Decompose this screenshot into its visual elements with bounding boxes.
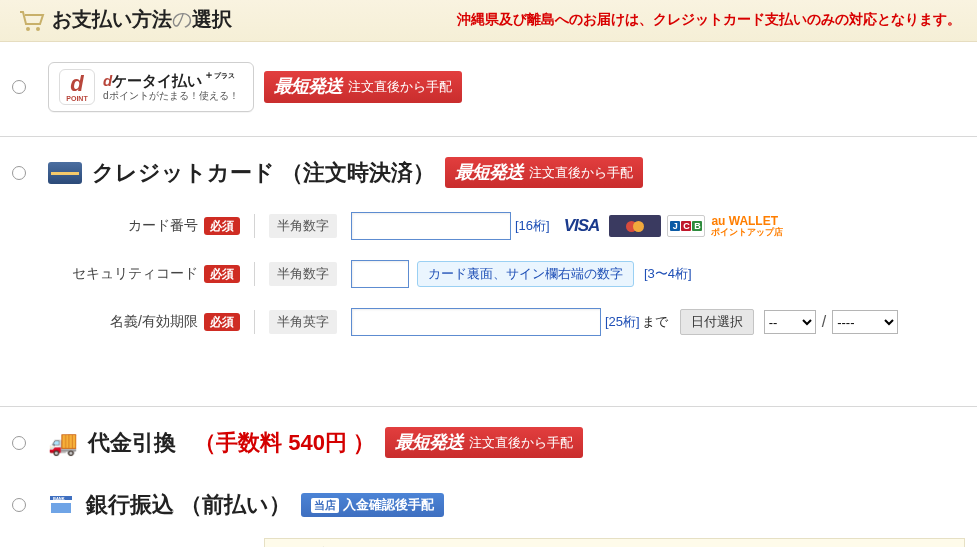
- payment-option-cod: 🚚 代金引換 （手数料 540円 ） 最短発送 注文直後から手配: [0, 407, 977, 470]
- bank-ship-badge: 当店 入金確認後手配: [301, 493, 444, 517]
- security-code-input[interactable]: [351, 260, 409, 288]
- fast-ship-badge: 最短発送 注文直後から手配: [445, 157, 643, 188]
- security-digits-note: [3〜4桁]: [644, 265, 692, 283]
- credit-card-form: カード番号必須 半角数字 [16桁] VISA JCB au WALLETポイン…: [68, 202, 965, 346]
- fast-ship-badge: 最短発送 注文直後から手配: [385, 427, 583, 458]
- name-digits-note: [25桁]: [605, 313, 640, 331]
- bank-title: 銀行振込（前払い）: [86, 490, 291, 520]
- au-wallet-icon: au WALLETポイントアップ店: [711, 215, 783, 237]
- d-keitai-logo-box: d POINT dケータイ払い＋プラス dポイントがたまる！使える！: [48, 62, 254, 112]
- delivery-warning: 沖縄県及び離島へのお届けは、クレジットカード支払いのみの対応となります。: [238, 11, 961, 29]
- visa-icon: VISA: [560, 215, 604, 237]
- date-picker-button[interactable]: 日付選択: [680, 309, 754, 335]
- expiry-year-select[interactable]: ----: [832, 310, 898, 334]
- bank-row: 三菱東京UFJ銀行 横浜 (店番号480) 普通 3083869 カ）ノジマ: [264, 538, 965, 547]
- radio-cod[interactable]: [12, 436, 26, 450]
- label-card-number: カード番号必須: [68, 217, 240, 235]
- cod-title: 代金引換 （手数料 540円 ）: [88, 428, 375, 458]
- svg-text:BANK: BANK: [53, 496, 65, 501]
- svg-point-1: [36, 27, 40, 31]
- cart-icon: [16, 8, 46, 32]
- radio-d-keitai[interactable]: [12, 80, 26, 94]
- security-code-tip: カード裏面、サイン欄右端の数字: [417, 261, 634, 287]
- radio-bank[interactable]: [12, 498, 26, 512]
- label-security-code: セキュリティコード必須: [68, 265, 240, 283]
- svg-point-0: [26, 27, 30, 31]
- jcb-icon: JCB: [667, 215, 705, 237]
- mastercard-icon: [609, 215, 661, 237]
- fast-ship-badge: 最短発送 注文直後から手配: [264, 71, 462, 102]
- name-input[interactable]: [351, 308, 601, 336]
- label-name-expiry: 名義/有効期限必須: [68, 313, 240, 331]
- hint-alpha: 半角英字: [269, 310, 337, 334]
- card-brands: VISA JCB au WALLETポイントアップ店: [560, 215, 784, 237]
- truck-icon: 🚚: [48, 429, 78, 457]
- page-title: お支払い方法の選択: [52, 6, 232, 33]
- payment-option-d-keitai: d POINT dケータイ払い＋プラス dポイントがたまる！使える！ 最短発送 …: [0, 42, 977, 137]
- card-number-input[interactable]: [351, 212, 511, 240]
- hint-numeric: 半角数字: [269, 262, 337, 286]
- payment-option-credit-card: クレジットカード（注文時決済） 最短発送 注文直後から手配 カード番号必須 半角…: [0, 137, 977, 407]
- bank-accounts: 振込先金融機関(1) 三菱東京UFJ銀行 横浜 (店番号480) 普通 3083…: [68, 534, 965, 547]
- page-header: お支払い方法の選択 沖縄県及び離島へのお届けは、クレジットカード支払いのみの対応…: [0, 0, 977, 42]
- payment-option-bank: BANK 銀行振込（前払い） 当店 入金確認後手配 振込先金融機関(1) 三菱東…: [0, 470, 977, 547]
- svg-rect-4: [51, 501, 71, 503]
- credit-card-title: クレジットカード（注文時決済）: [92, 158, 435, 188]
- d-point-icon: d POINT: [59, 69, 95, 105]
- credit-card-icon: [48, 162, 82, 184]
- bank-icon: BANK: [48, 494, 76, 516]
- hint-numeric: 半角数字: [269, 214, 337, 238]
- radio-credit-card[interactable]: [12, 166, 26, 180]
- expiry-month-select[interactable]: --: [764, 310, 816, 334]
- card-digits-note: [16桁]: [515, 217, 550, 235]
